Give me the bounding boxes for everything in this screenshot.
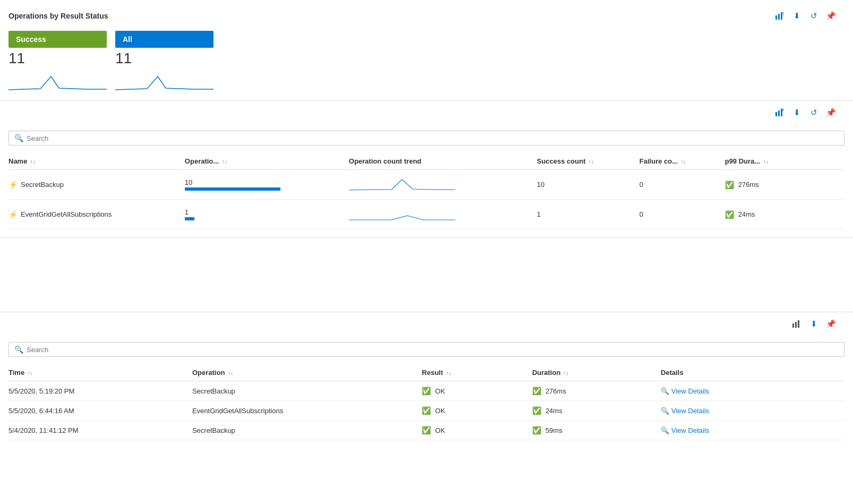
empty-space <box>0 237 853 312</box>
panel3-search-bar[interactable]: 🔍 <box>8 342 845 357</box>
success-card-count: 11 <box>8 48 107 71</box>
status-cards: Success 11 All 11 <box>8 31 845 94</box>
check-icon-2: ✅ <box>725 210 734 219</box>
col-duration[interactable]: Duration ↑↓ <box>532 364 661 381</box>
col-operation[interactable]: Operation ↑↓ <box>192 364 422 381</box>
row1-name[interactable]: ⚡ SecretBackup <box>8 170 185 200</box>
pin-icon-3[interactable]: 📌 <box>825 319 836 329</box>
svg-rect-10 <box>795 322 797 328</box>
log-row2-result: ✅ OK <box>422 401 532 421</box>
col-success[interactable]: Success count ↑↓ <box>537 153 639 170</box>
panel3-toolbar: ⬇ 📌 <box>783 315 845 332</box>
panel-log-table: ⬇ 📌 🔍 Time ↑↓ Operation ↑↓ <box>0 312 853 448</box>
log-row2-details[interactable]: 🔍 View Details <box>661 401 845 421</box>
log-row3-duration: ✅ 59ms <box>532 421 661 440</box>
sort-icon-result: ↑↓ <box>446 370 451 376</box>
log-row1-time: 5/5/2020, 5:19:20 PM <box>8 381 192 401</box>
panel3-search-input[interactable] <box>27 346 839 354</box>
chart-icon[interactable]: i <box>774 11 785 21</box>
col-p99[interactable]: p99 Dura... ↑↓ <box>725 153 845 170</box>
sort-icon-duration: ↑↓ <box>564 370 569 376</box>
col-op-count[interactable]: Operatio... ↑↓ <box>185 153 349 170</box>
table-row: ⚡ EventGridGetAllSubscriptions 1 <box>8 200 845 229</box>
view-details-link-1[interactable]: 🔍 View Details <box>661 387 838 395</box>
success-card[interactable]: Success 11 <box>8 31 107 94</box>
view-details-link-2[interactable]: 🔍 View Details <box>661 407 838 415</box>
sort-icon-name: ↑↓ <box>30 159 36 165</box>
table-row: ⚡ SecretBackup 10 <box>8 170 845 200</box>
success-sparkline <box>8 71 107 92</box>
row1-trend <box>349 170 537 200</box>
row2-failure: 0 <box>639 200 725 229</box>
op-count-bar-2 <box>185 217 194 220</box>
download-icon-3[interactable]: ⬇ <box>808 319 819 329</box>
row2-op-count: 1 <box>185 200 349 229</box>
sort-icon-p99: ↑↓ <box>763 159 769 165</box>
check-icon-1: ✅ <box>725 181 734 189</box>
refresh-icon[interactable]: ↺ <box>808 11 819 21</box>
panel-operations-table: ⬇ ↺ 📌 🔍 Name ↑↓ Operatio... ↑↓ <box>0 101 853 237</box>
col-result[interactable]: Result ↑↓ <box>422 364 532 381</box>
sort-icon-operation: ↑↓ <box>228 370 233 376</box>
view-details-icon-1: 🔍 <box>661 387 669 395</box>
col-details: Details <box>661 364 845 381</box>
col-time[interactable]: Time ↑↓ <box>8 364 192 381</box>
sort-icon-failure: ↑↓ <box>681 159 686 165</box>
panel2-search-bar[interactable]: 🔍 <box>8 131 845 146</box>
chart-icon-3[interactable] <box>791 319 802 329</box>
view-details-icon-2: 🔍 <box>661 407 669 415</box>
log-row: 5/5/2020, 5:19:20 PM SecretBackup ✅ OK ✅… <box>8 381 845 401</box>
pin-icon-2[interactable]: 📌 <box>825 107 836 118</box>
log-row3-details[interactable]: 🔍 View Details <box>661 421 845 440</box>
ok-icon-1: ✅ <box>422 387 431 395</box>
svg-point-8 <box>781 108 784 112</box>
sort-icon-time: ↑↓ <box>28 370 33 376</box>
panel2-search-input[interactable] <box>27 134 839 142</box>
log-row1-details[interactable]: 🔍 View Details <box>661 381 845 401</box>
all-card-label: All <box>115 31 214 48</box>
log-row2-duration: ✅ 24ms <box>532 401 661 421</box>
view-details-link-3[interactable]: 🔍 View Details <box>661 426 838 434</box>
refresh-icon-2[interactable]: ↺ <box>808 107 819 118</box>
log-row3-result: ✅ OK <box>422 421 532 440</box>
ok-icon-2: ✅ <box>422 406 431 415</box>
op-count-bar-1 <box>185 187 280 191</box>
success-card-label: Success <box>8 31 107 48</box>
row2-p99: ✅ 24ms <box>725 200 845 229</box>
panel1-toolbar: i ⬇ ↺ 📌 <box>766 7 845 24</box>
log-row: 5/5/2020, 6:44:16 AM EventGridGetAllSubs… <box>8 401 845 421</box>
all-card-count: 11 <box>115 48 214 71</box>
col-failure[interactable]: Failure co... ↑↓ <box>639 153 725 170</box>
ok-icon-3: ✅ <box>422 426 431 434</box>
log-table: Time ↑↓ Operation ↑↓ Result ↑↓ Duration … <box>8 364 845 440</box>
log-row1-result: ✅ OK <box>422 381 532 401</box>
lightning-icon-2: ⚡ <box>8 210 18 219</box>
row2-name[interactable]: ⚡ EventGridGetAllSubscriptions <box>8 200 185 229</box>
col-trend: Operation count trend <box>349 153 537 170</box>
row1-p99: ✅ 276ms <box>725 170 845 200</box>
log-row3-time: 5/4/2020, 11:41:12 PM <box>8 421 192 440</box>
svg-rect-0 <box>775 15 777 20</box>
all-sparkline <box>115 71 214 92</box>
operations-table: Name ↑↓ Operatio... ↑↓ Operation count t… <box>8 153 845 229</box>
search-icon-3: 🔍 <box>14 345 23 354</box>
svg-rect-1 <box>778 14 780 20</box>
row1-success: 10 <box>537 170 639 200</box>
svg-rect-11 <box>798 320 799 328</box>
log-row: 5/4/2020, 11:41:12 PM SecretBackup ✅ OK … <box>8 421 845 440</box>
log-row1-operation: SecretBackup <box>192 381 422 401</box>
row2-trend <box>349 200 537 229</box>
dur-icon-1: ✅ <box>532 387 541 395</box>
panel2-toolbar: ⬇ ↺ 📌 <box>766 104 845 121</box>
svg-rect-6 <box>778 110 780 116</box>
log-row2-time: 5/5/2020, 6:44:16 AM <box>8 401 192 421</box>
dur-icon-2: ✅ <box>532 406 541 415</box>
log-row2-operation: EventGridGetAllSubscriptions <box>192 401 422 421</box>
download-icon-2[interactable]: ⬇ <box>791 107 802 118</box>
col-name[interactable]: Name ↑↓ <box>8 153 185 170</box>
chart-icon-2[interactable] <box>774 107 785 118</box>
sort-icon-success: ↑↓ <box>588 159 594 165</box>
download-icon[interactable]: ⬇ <box>791 11 802 21</box>
all-card[interactable]: All 11 <box>115 31 214 94</box>
pin-icon[interactable]: 📌 <box>825 11 836 21</box>
